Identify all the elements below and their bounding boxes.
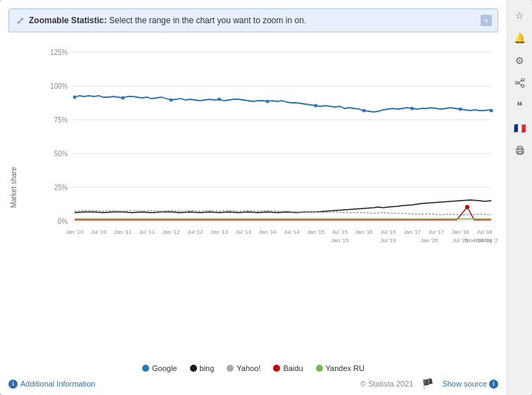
copyright-text: © Statista 2021 (360, 380, 413, 388)
svg-text:50%: 50% (54, 150, 68, 158)
svg-text:Jul '18: Jul '18 (476, 229, 493, 235)
main-content: ⤢ Zoomable Statistic: Select the range i… (0, 0, 507, 395)
svg-point-43 (362, 109, 366, 113)
yahoo-legend-dot (227, 365, 234, 372)
svg-point-56 (521, 150, 523, 151)
zoom-banner: ⤢ Zoomable Statistic: Select the range i… (8, 8, 498, 32)
svg-text:Jul '19: Jul '19 (380, 237, 396, 244)
yandex-legend-dot (316, 365, 323, 372)
banner-title: Zoomable Statistic: (29, 15, 107, 25)
share-icon (515, 78, 525, 88)
svg-line-52 (518, 83, 521, 86)
svg-text:May '21: May '21 (482, 237, 498, 244)
svg-text:Jul '13: Jul '13 (236, 229, 252, 235)
footer: i Additional Information © Statista 2021… (8, 378, 498, 389)
bookmark-button[interactable]: ☆ (510, 6, 530, 25)
quote-button[interactable]: ❝ (510, 96, 530, 115)
legend-item-yahoo: Yahoo! (227, 364, 260, 372)
chart-container: Market share 125% 100% 75% 50% (8, 38, 498, 360)
right-footer: © Statista 2021 🏴 Show source i (360, 378, 498, 389)
svg-point-41 (266, 100, 270, 104)
legend-item-bing: bing (190, 364, 215, 372)
google-legend-dot (142, 365, 149, 372)
settings-button[interactable]: ⚙ (510, 51, 530, 70)
zoom-icon: ⤢ (16, 15, 25, 26)
chart-svg: 125% 100% 75% 50% 25% 0% (44, 38, 498, 277)
legend: Google bing Yahoo! Baidu Yandex RU (8, 364, 498, 372)
show-source-info-icon: i (489, 380, 498, 389)
svg-text:75%: 75% (54, 116, 68, 124)
legend-item-google: Google (142, 364, 177, 372)
svg-text:Jan '19: Jan '19 (331, 237, 349, 244)
close-banner-button[interactable]: × (481, 15, 492, 26)
svg-text:25%: 25% (54, 184, 68, 192)
svg-text:Jan '13: Jan '13 (210, 229, 229, 235)
svg-point-40 (217, 98, 221, 101)
svg-point-39 (170, 99, 173, 102)
svg-text:100%: 100% (50, 82, 68, 90)
baidu-legend-label: Baidu (283, 364, 303, 372)
additional-info-label: Additional Information (20, 380, 95, 388)
svg-text:Jul '10: Jul '10 (91, 229, 107, 235)
svg-point-42 (314, 104, 317, 108)
yandex-legend-label: Yandex RU (326, 364, 365, 372)
svg-text:Jan '11: Jan '11 (114, 229, 132, 235)
flag-button[interactable]: 🇫🇷 (510, 118, 530, 138)
svg-point-45 (459, 108, 462, 111)
additional-info-button[interactable]: i Additional Information (8, 380, 95, 389)
yahoo-legend-label: Yahoo! (236, 364, 260, 372)
svg-text:Jan '12: Jan '12 (163, 229, 180, 235)
svg-point-47 (465, 205, 469, 209)
svg-text:Jan '16: Jan '16 (355, 229, 374, 235)
chart-svg-wrapper[interactable]: 125% 100% 75% 50% 25% 0% (44, 38, 498, 277)
sidebar-icons: ☆ 🔔 ⚙ ❝ 🇫🇷 (507, 0, 532, 395)
svg-point-44 (410, 107, 414, 111)
svg-text:Jul '16: Jul '16 (380, 229, 396, 235)
bing-legend-label: bing (200, 364, 215, 372)
svg-point-49 (521, 84, 524, 87)
alert-button[interactable]: 🔔 (510, 28, 530, 48)
svg-text:Jul '17: Jul '17 (429, 229, 444, 235)
svg-text:Jul '11: Jul '11 (139, 229, 156, 235)
svg-text:Jul '12: Jul '12 (187, 229, 203, 235)
svg-text:Jan '14: Jan '14 (259, 229, 277, 235)
flag-icon: 🏴 (422, 378, 433, 389)
svg-text:0%: 0% (58, 218, 68, 225)
banner-text: Zoomable Statistic: Select the range in … (29, 15, 306, 25)
svg-text:Jan '20: Jan '20 (421, 237, 439, 244)
banner-description: Select the range in the chart you want t… (109, 15, 306, 25)
svg-point-46 (490, 109, 493, 113)
svg-point-38 (121, 96, 125, 100)
svg-text:125%: 125% (50, 49, 68, 56)
main-card: ⤢ Zoomable Statistic: Select the range i… (0, 0, 532, 395)
svg-text:Jan '15: Jan '15 (307, 229, 325, 235)
svg-text:Jul '14: Jul '14 (284, 229, 300, 235)
svg-text:Jan '18: Jan '18 (452, 229, 470, 235)
baidu-legend-dot (273, 365, 280, 372)
legend-item-yandex: Yandex RU (316, 364, 365, 372)
svg-text:Jul '15: Jul '15 (332, 229, 348, 235)
share-button[interactable] (510, 73, 530, 93)
y-axis-label: Market share (10, 167, 18, 208)
svg-point-50 (515, 82, 518, 84)
svg-text:Jan '17: Jan '17 (403, 229, 421, 235)
show-source-button[interactable]: Show source i (442, 380, 498, 389)
info-icon: i (8, 380, 18, 389)
svg-text:Jan '10: Jan '10 (66, 229, 84, 235)
legend-item-baidu: Baidu (273, 364, 303, 372)
print-button[interactable] (510, 141, 530, 161)
print-icon (515, 146, 525, 156)
svg-point-48 (521, 78, 524, 81)
bing-legend-dot (190, 365, 197, 372)
google-legend-label: Google (152, 364, 177, 372)
show-source-label: Show source (442, 380, 487, 388)
svg-point-37 (73, 96, 77, 99)
